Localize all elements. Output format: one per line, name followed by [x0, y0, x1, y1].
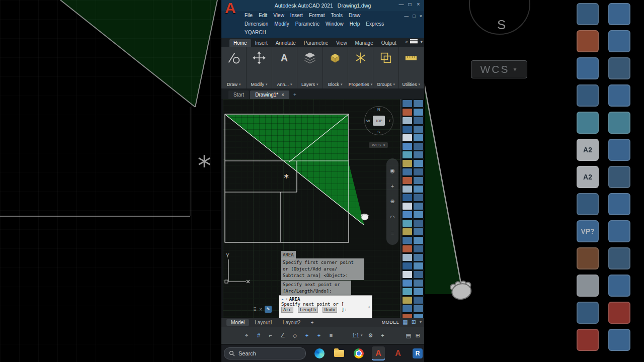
annotation-scale-control[interactable]: 1:1 ▾	[352, 333, 362, 338]
ribbon-tab-annotate[interactable]: Annotate	[272, 39, 300, 47]
ortho-icon[interactable]: ⌐	[267, 332, 275, 339]
pan-icon[interactable]: +	[391, 183, 394, 189]
autocad-logo[interactable]: A	[225, 1, 236, 16]
wcs-dropdown[interactable]: WCS ▾	[369, 142, 388, 148]
palette-icon[interactable]	[402, 219, 413, 227]
viewcube-south[interactable]: S	[377, 130, 380, 134]
palette-icon[interactable]	[402, 159, 413, 167]
palette-icon[interactable]	[413, 100, 424, 108]
customize-plus-icon[interactable]: +	[378, 332, 386, 338]
ribbon-tab-output[interactable]: Output	[377, 39, 400, 47]
polar-icon[interactable]: ∠	[279, 332, 287, 339]
menu-insert[interactable]: Insert	[290, 13, 303, 18]
palette-icon[interactable]	[413, 245, 424, 253]
ribbon-panel-groups[interactable]: Groups▾	[373, 47, 398, 88]
new-tab-button[interactable]: +	[290, 90, 299, 99]
menu-window[interactable]: Window	[326, 21, 344, 27]
palette-icon[interactable]	[402, 142, 413, 150]
menu-modify[interactable]: Modify	[274, 21, 289, 27]
palette-icon[interactable]	[402, 100, 413, 108]
palette-icon[interactable]	[413, 117, 424, 125]
palette-icon[interactable]	[413, 253, 424, 261]
palette-icon[interactable]	[402, 236, 413, 244]
palette-icon[interactable]	[402, 125, 413, 133]
restore-button[interactable]: □	[406, 2, 414, 7]
command-line-window[interactable]: ▸ ▾ AREA Specify next point or [ Arc Len…	[279, 295, 372, 318]
autocad-active-icon[interactable]: A	[372, 346, 385, 360]
steering-wheel-icon[interactable]: ◉	[390, 167, 395, 174]
menu-file[interactable]: File	[245, 13, 253, 18]
palette-icon[interactable]	[402, 305, 413, 313]
inference-icon[interactable]: ⌖	[243, 332, 251, 339]
ribbon-tab-parametric[interactable]: Parametric	[300, 39, 332, 47]
palette-icon[interactable]	[413, 151, 424, 159]
palette-icon[interactable]	[413, 134, 424, 142]
drawing-canvas[interactable]: * N S W E TOP WCS ▾ ◉+⊕◠≡ Y	[223, 99, 400, 318]
option-length[interactable]: Length	[298, 307, 318, 313]
file-tab-start[interactable]: Start	[228, 90, 249, 99]
palette-icon[interactable]	[413, 168, 424, 176]
search-input[interactable]: Search	[224, 347, 306, 359]
workspace-gear-icon[interactable]: ⚙	[366, 332, 374, 339]
palette-icon[interactable]	[402, 296, 413, 304]
autocad-icon[interactable]: A	[391, 346, 405, 360]
edge-icon[interactable]	[313, 346, 326, 360]
palette-icon[interactable]	[402, 108, 413, 116]
viewcube-top-face[interactable]: TOP	[373, 116, 385, 126]
isodraft-icon[interactable]: ◇	[291, 332, 299, 339]
palette-icon[interactable]	[413, 279, 424, 287]
ribbon-panel-utilities[interactable]: Utilities▾	[399, 47, 424, 88]
chrome-icon[interactable]	[352, 346, 365, 360]
ribbon-tab-manage[interactable]: Manage	[351, 39, 377, 47]
option-arc[interactable]: Arc	[281, 307, 293, 313]
ribbon-tab-home[interactable]: Home	[229, 39, 251, 47]
palette-icon[interactable]	[402, 270, 413, 279]
option-undo[interactable]: Undo	[323, 307, 338, 313]
minimize-button[interactable]: —	[397, 2, 405, 7]
palette-icon[interactable]	[413, 202, 424, 210]
viewcube[interactable]: N S W E TOP	[364, 106, 393, 135]
drawing-line[interactable]	[225, 115, 364, 225]
revit-icon[interactable]: R	[411, 346, 424, 360]
palette-icon[interactable]	[413, 176, 424, 185]
palette-icon[interactable]	[413, 262, 424, 270]
palette-icon[interactable]	[413, 142, 424, 150]
workspace-chip-icon[interactable]	[410, 39, 418, 44]
palette-icon[interactable]	[413, 270, 424, 279]
palette-icon[interactable]	[402, 134, 413, 142]
grid-display-icon[interactable]: ▦	[403, 319, 408, 325]
isolate-icon[interactable]: ⊞	[416, 332, 420, 339]
palette-icon[interactable]	[402, 262, 413, 270]
ribbon-panel-ann[interactable]: AAnn...▾	[272, 47, 297, 88]
viewcube-east[interactable]: E	[389, 119, 391, 123]
palette-icon[interactable]	[402, 151, 413, 159]
new-layout-button[interactable]: +	[306, 319, 318, 326]
layout-tab-model[interactable]: Model	[226, 319, 249, 326]
palette-icon[interactable]	[402, 279, 413, 287]
drag-grip-icon[interactable]: ⠿	[253, 307, 257, 312]
layout-grid-icon[interactable]: ⊞	[412, 319, 416, 325]
palette-icon[interactable]	[413, 236, 424, 244]
tab-close-icon[interactable]: ×	[281, 92, 284, 98]
palette-icon[interactable]	[402, 228, 413, 236]
ribbon-panel-draw[interactable]: Draw▾	[221, 47, 247, 88]
palette-icon[interactable]	[402, 194, 413, 202]
ribbon-panel-properties[interactable]: Properties▾	[348, 47, 373, 88]
ribbon-panel-modify[interactable]: Modify▾	[247, 47, 272, 88]
ribbon-overflow-button[interactable]: »	[405, 39, 408, 44]
palette-icon[interactable]	[402, 288, 413, 296]
chevron-down-icon[interactable]: ▾	[285, 297, 287, 301]
doc-restore-button[interactable]: □	[413, 14, 415, 19]
file-tab-drawing1[interactable]: Drawing1*×	[250, 90, 289, 99]
palette-icon[interactable]	[413, 228, 424, 236]
palette-icon[interactable]	[402, 245, 413, 253]
palette-icon[interactable]	[402, 211, 413, 219]
palette-icon[interactable]	[413, 288, 424, 296]
palette-icon[interactable]	[402, 185, 413, 193]
menu-express[interactable]: Express	[366, 21, 384, 27]
showmotion-icon[interactable]: ≡	[391, 230, 394, 236]
menu-format[interactable]: Format	[309, 13, 325, 18]
navigation-bar[interactable]: ◉+⊕◠≡	[386, 158, 398, 245]
palette-icon[interactable]	[413, 305, 424, 313]
palette-icon[interactable]	[402, 202, 413, 210]
